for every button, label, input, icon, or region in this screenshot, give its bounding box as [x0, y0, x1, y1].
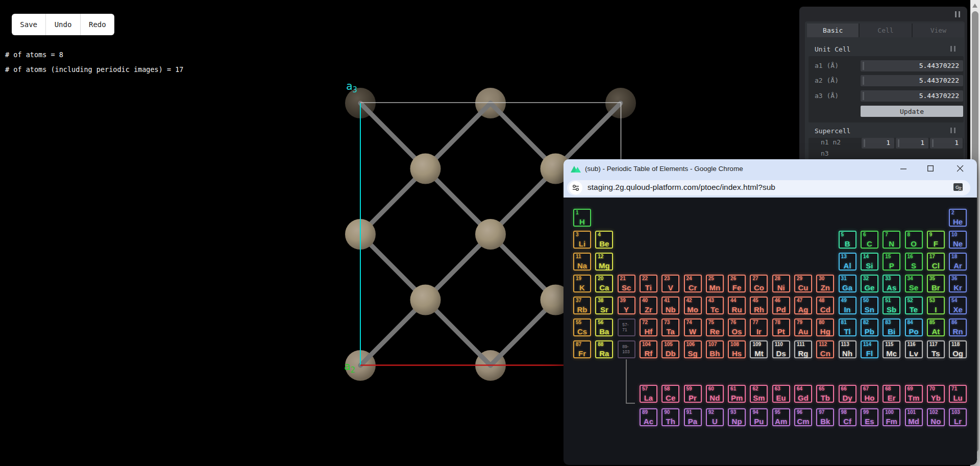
element-tile-Pa[interactable]: 91Pa — [684, 408, 702, 426]
element-tile-Tl[interactable]: 81Tl — [839, 318, 856, 336]
element-tile-Dy[interactable]: 66Dy — [839, 385, 856, 403]
element-tile-Li[interactable]: 3Li — [573, 231, 591, 249]
close-button[interactable] — [952, 161, 968, 176]
element-tile-I[interactable]: 53I — [927, 297, 945, 314]
element-tile-In[interactable]: 49In — [839, 297, 856, 314]
element-tile-Xe[interactable]: 54Xe — [949, 297, 967, 314]
element-tile-C[interactable]: 6C — [861, 231, 878, 249]
element-tile-Sr[interactable]: 38Sr — [595, 297, 613, 314]
element-tile-Ti[interactable]: 22Ti — [640, 275, 657, 292]
element-tile-At[interactable]: 85At — [927, 318, 945, 336]
element-tile-Lr[interactable]: 103Lr — [949, 408, 967, 426]
element-tile-Np[interactable]: 93Np — [728, 408, 746, 426]
element-tile-P[interactable]: 15P — [883, 253, 900, 271]
element-tile-Eu[interactable]: 63Eu — [772, 385, 790, 403]
supercell-collapse-icon[interactable] — [950, 127, 955, 135]
element-tile-H[interactable]: 1H — [573, 209, 591, 227]
element-tile-Mn[interactable]: 25Mn — [706, 275, 724, 292]
atom[interactable] — [410, 285, 441, 315]
element-tile-Cu[interactable]: 29Cu — [794, 275, 812, 292]
element-tile-Fl[interactable]: 114Fl — [861, 340, 878, 358]
undo-button[interactable]: Undo — [45, 14, 80, 35]
n2-input[interactable]: 1 — [896, 138, 928, 149]
element-tile-Ds[interactable]: 110Ds — [772, 340, 790, 358]
element-tile-Te[interactable]: 52Te — [905, 297, 923, 314]
element-tile-Ga[interactable]: 31Ga — [839, 275, 856, 292]
element-tile-W[interactable]: 74W — [684, 318, 702, 336]
element-tile-Cs[interactable]: 55Cs — [573, 318, 591, 336]
site-settings-icon[interactable] — [569, 181, 582, 194]
element-tile-Gd[interactable]: 64Gd — [794, 385, 812, 403]
update-button[interactable]: Update — [861, 106, 963, 117]
element-tile-Cr[interactable]: 24Cr — [684, 275, 702, 292]
atom[interactable] — [475, 219, 506, 250]
element-tile-Ce[interactable]: 58Ce — [662, 385, 679, 403]
element-tile-Ru[interactable]: 44Ru — [728, 297, 746, 314]
element-tile-Sb[interactable]: 51Sb — [883, 297, 900, 314]
element-tile-Nd[interactable]: 60Nd — [706, 385, 724, 403]
element-tile-Ag[interactable]: 47Ag — [794, 297, 812, 314]
element-tile-Hs[interactable]: 108Hs — [728, 340, 746, 358]
element-tile-Rf[interactable]: 104Rf — [640, 340, 657, 358]
translate-icon[interactable]: G 文 — [953, 183, 963, 193]
element-tile-Ca[interactable]: 20Ca — [595, 275, 613, 292]
atom[interactable] — [410, 154, 441, 184]
element-tile-Al[interactable]: 13Al — [839, 253, 856, 271]
a2-input[interactable]: 5.44370222 — [861, 75, 963, 86]
tab-view[interactable]: View — [913, 23, 964, 37]
element-tile-Mo[interactable]: 42Mo — [684, 297, 702, 314]
save-button[interactable]: Save — [12, 14, 45, 35]
element-tile-Es[interactable]: 99Es — [861, 408, 878, 426]
element-tile-Ne[interactable]: 10Ne — [949, 231, 967, 249]
a1-input[interactable]: 5.44370222 — [861, 60, 963, 71]
element-tile-Fe[interactable]: 26Fe — [728, 275, 746, 292]
element-tile-Zn[interactable]: 30Zn — [816, 275, 834, 292]
element-tile-Hf[interactable]: 72Hf — [640, 318, 657, 336]
element-tile-Yb[interactable]: 70Yb — [927, 385, 945, 403]
element-tile-F[interactable]: 9F — [927, 231, 945, 249]
redo-button[interactable]: Redo — [80, 14, 114, 35]
element-tile-Ts[interactable]: 117Ts — [927, 340, 945, 358]
element-tile-Lu[interactable]: 71Lu — [949, 385, 967, 403]
panel-collapse-icon[interactable] — [955, 11, 960, 19]
element-tile-Fr[interactable]: 87Fr — [573, 340, 591, 358]
element-tile-Pd[interactable]: 46Pd — [772, 297, 790, 314]
element-tile-Cn[interactable]: 112Cn — [816, 340, 834, 358]
element-tile-Ra[interactable]: 88Ra — [595, 340, 613, 358]
element-tile-Pm[interactable]: 61Pm — [728, 385, 746, 403]
element-tile-Si[interactable]: 14Si — [861, 253, 878, 271]
element-tile-Rh[interactable]: 45Rh — [750, 297, 768, 314]
element-tile-U[interactable]: 92U — [706, 408, 724, 426]
element-tile-Mg[interactable]: 12Mg — [595, 253, 613, 271]
element-tile-Rn[interactable]: 86Rn — [949, 318, 967, 336]
element-tile-Nh[interactable]: 113Nh — [839, 340, 856, 358]
a3-input[interactable]: 5.44370222 — [861, 90, 963, 102]
maximize-button[interactable] — [923, 161, 938, 176]
element-tile-Co[interactable]: 27Co — [750, 275, 768, 292]
element-tile-Ho[interactable]: 67Ho — [861, 385, 878, 403]
element-tile-Os[interactable]: 76Os — [728, 318, 746, 336]
element-tile-Tb[interactable]: 65Tb — [816, 385, 834, 403]
element-tile-La[interactable]: 57La — [640, 385, 657, 403]
element-tile-Bh[interactable]: 107Bh — [706, 340, 724, 358]
element-tile-Db[interactable]: 105Db — [662, 340, 679, 358]
element-tile-Rg[interactable]: 111Rg — [794, 340, 812, 358]
element-tile-Tm[interactable]: 69Tm — [905, 385, 923, 403]
element-tile-Th[interactable]: 90Th — [662, 408, 679, 426]
element-tile-Cl[interactable]: 17Cl — [927, 253, 945, 271]
element-tile-Lv[interactable]: 116Lv — [905, 340, 923, 358]
element-tile-Am[interactable]: 95Am — [772, 408, 790, 426]
url-field[interactable]: staging.2g.quloud-platform.com/ptoec/ind… — [567, 180, 970, 195]
element-tile-Ir[interactable]: 77Ir — [750, 318, 768, 336]
scrollbar-up-arrow[interactable] — [972, 4, 977, 8]
element-tile-Pb[interactable]: 82Pb — [861, 318, 878, 336]
element-tile-Sm[interactable]: 62Sm — [750, 385, 768, 403]
element-tile-Og[interactable]: 118Og — [949, 340, 967, 358]
tab-basic[interactable]: Basic — [807, 23, 860, 37]
element-tile-V[interactable]: 23V — [662, 275, 679, 292]
element-tile-Po[interactable]: 84Po — [905, 318, 923, 336]
element-tile-Tc[interactable]: 43Tc — [706, 297, 724, 314]
window-titlebar[interactable]: (sub) - Periodic Table of Elements - Goo… — [564, 159, 977, 178]
element-tile-Re[interactable]: 75Re — [706, 318, 724, 336]
element-tile-Zr[interactable]: 40Zr — [640, 297, 657, 314]
